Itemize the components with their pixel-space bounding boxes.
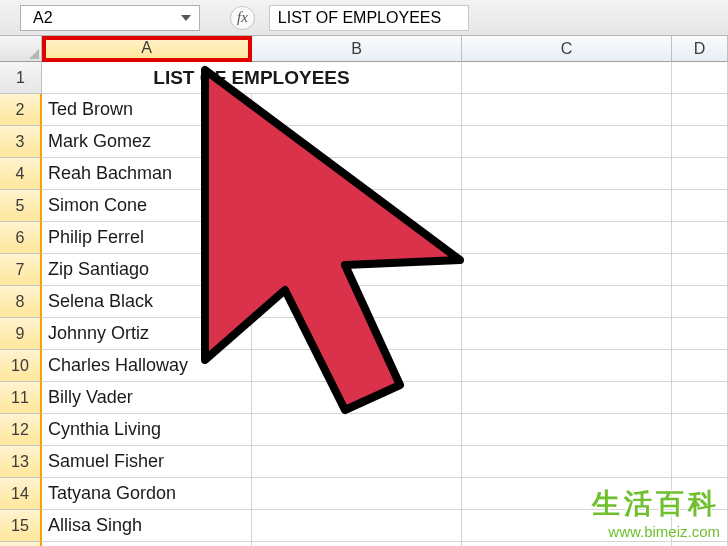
cell[interactable] (462, 478, 672, 510)
row-header[interactable]: 2 (0, 94, 42, 126)
cell[interactable] (252, 318, 462, 350)
table-row: 10Charles Halloway (0, 350, 728, 382)
fx-icon[interactable]: fx (237, 9, 248, 26)
row-header[interactable]: 14 (0, 478, 42, 510)
employee-cell[interactable]: Allisa Singh (42, 510, 252, 542)
cell[interactable] (252, 510, 462, 542)
cell[interactable] (252, 478, 462, 510)
row-header[interactable]: 6 (0, 222, 42, 254)
cell[interactable] (672, 318, 728, 350)
row-header[interactable]: 8 (0, 286, 42, 318)
row-header[interactable]: 3 (0, 126, 42, 158)
title-cell[interactable]: LIST OF EMPLOYEES (42, 62, 462, 94)
cell[interactable] (672, 190, 728, 222)
row-header[interactable]: 10 (0, 350, 42, 382)
fx-area: fx LIST OF EMPLOYEES (230, 5, 469, 31)
row-header[interactable]: 4 (0, 158, 42, 190)
row-header[interactable]: 5 (0, 190, 42, 222)
name-box-dropdown-icon[interactable] (177, 9, 195, 27)
cell[interactable] (252, 414, 462, 446)
employee-cell[interactable]: Ted Brown (42, 94, 252, 126)
cell[interactable] (672, 382, 728, 414)
cell[interactable] (672, 94, 728, 126)
cell[interactable] (672, 510, 728, 542)
cell[interactable] (252, 446, 462, 478)
cell[interactable] (672, 446, 728, 478)
row-header[interactable]: 7 (0, 254, 42, 286)
employee-cell[interactable]: Johnny Ortiz (42, 318, 252, 350)
table-row: 15Allisa Singh (0, 510, 728, 542)
employee-cell[interactable]: Selena Black (42, 286, 252, 318)
cell[interactable] (462, 62, 672, 94)
cell[interactable] (672, 350, 728, 382)
cell[interactable] (252, 542, 462, 546)
cell[interactable] (252, 286, 462, 318)
cell[interactable] (672, 286, 728, 318)
cell[interactable] (462, 94, 672, 126)
column-header-c[interactable]: C (462, 36, 672, 62)
cell[interactable] (252, 190, 462, 222)
cell[interactable] (462, 382, 672, 414)
employee-cell[interactable]: Zip Santiago (42, 254, 252, 286)
cell[interactable] (252, 222, 462, 254)
cell[interactable] (672, 62, 728, 94)
cell[interactable] (462, 222, 672, 254)
cell[interactable] (672, 414, 728, 446)
employee-cell[interactable]: Don White (42, 542, 252, 546)
row-header[interactable]: 12 (0, 414, 42, 446)
table-row: 7Zip Santiago (0, 254, 728, 286)
table-row: 16Don White (0, 542, 728, 546)
table-row: 2Ted Brown (0, 94, 728, 126)
employee-cell[interactable]: Samuel Fisher (42, 446, 252, 478)
name-box[interactable]: A2 (20, 5, 200, 31)
cell[interactable] (462, 350, 672, 382)
select-all-corner[interactable] (0, 36, 42, 62)
cell[interactable] (462, 126, 672, 158)
cell[interactable] (672, 158, 728, 190)
column-header-label: C (561, 40, 573, 58)
row-header[interactable]: 15 (0, 510, 42, 542)
employee-cell[interactable]: Philip Ferrel (42, 222, 252, 254)
cell[interactable] (252, 158, 462, 190)
cell[interactable] (672, 542, 728, 546)
table-row: 13Samuel Fisher (0, 446, 728, 478)
cell[interactable] (462, 158, 672, 190)
column-header-a[interactable]: A (42, 36, 252, 62)
row-header[interactable]: 1 (0, 62, 42, 94)
cell[interactable] (462, 286, 672, 318)
cell[interactable] (252, 350, 462, 382)
cell[interactable] (462, 190, 672, 222)
employee-cell[interactable]: Tatyana Gordon (42, 478, 252, 510)
cell[interactable] (672, 222, 728, 254)
cell[interactable] (462, 446, 672, 478)
cell[interactable] (462, 510, 672, 542)
cell[interactable] (252, 254, 462, 286)
formula-bar: A2 fx LIST OF EMPLOYEES (0, 0, 728, 36)
column-header-b[interactable]: B (252, 36, 462, 62)
employee-cell[interactable]: Reah Bachman (42, 158, 252, 190)
cell[interactable] (252, 126, 462, 158)
row-header[interactable]: 16 (0, 542, 42, 546)
column-header-label: A (141, 39, 152, 57)
employee-cell[interactable]: Mark Gomez (42, 126, 252, 158)
employee-cell[interactable]: Charles Halloway (42, 350, 252, 382)
cell[interactable] (672, 254, 728, 286)
employee-cell[interactable]: Cynthia Living (42, 414, 252, 446)
employee-cell[interactable]: Simon Cone (42, 190, 252, 222)
cell[interactable] (462, 542, 672, 546)
cell[interactable] (462, 318, 672, 350)
cell[interactable] (252, 94, 462, 126)
fx-button-group: fx (230, 6, 255, 30)
employee-cell[interactable]: Billy Vader (42, 382, 252, 414)
cell[interactable] (672, 126, 728, 158)
cell[interactable] (462, 254, 672, 286)
column-header-d[interactable]: D (672, 36, 728, 62)
row-header[interactable]: 9 (0, 318, 42, 350)
row-header[interactable]: 13 (0, 446, 42, 478)
cell[interactable] (252, 382, 462, 414)
column-header-label: D (694, 40, 706, 58)
formula-input[interactable]: LIST OF EMPLOYEES (269, 5, 469, 31)
cell[interactable] (672, 478, 728, 510)
row-header[interactable]: 11 (0, 382, 42, 414)
cell[interactable] (462, 414, 672, 446)
